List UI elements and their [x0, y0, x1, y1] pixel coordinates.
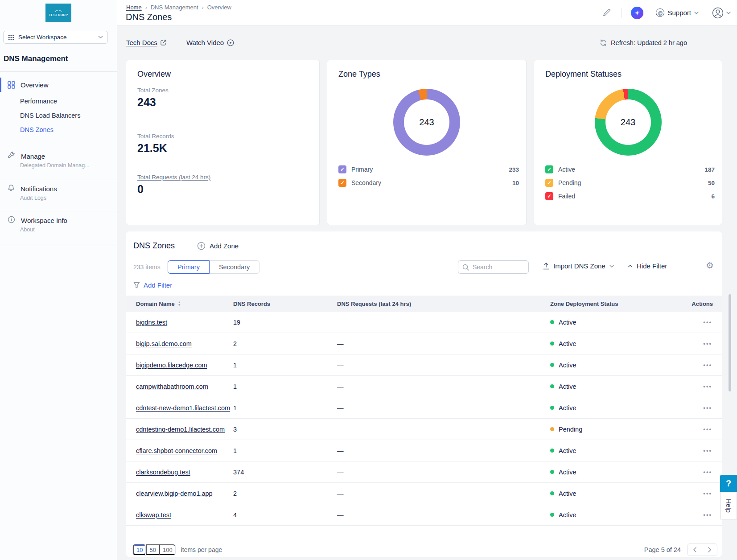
- legend-checkbox[interactable]: ✓: [338, 165, 346, 173]
- row-actions-menu[interactable]: •••: [679, 469, 722, 475]
- column-header-label: DNS Records: [233, 301, 270, 307]
- legend-checkbox[interactable]: ✓: [545, 192, 553, 200]
- dns-requests-cell: —: [337, 319, 550, 326]
- table-row: cflare.shpbot-connector.com1—Active•••: [126, 440, 722, 461]
- sidebar-item-sublabel: About: [20, 226, 117, 233]
- user-menu[interactable]: [712, 7, 731, 19]
- help-question-button[interactable]: ?: [720, 475, 737, 492]
- legend-value: 233: [509, 166, 519, 173]
- metric-total-requests-last-24-hrs-: Total Requests (last 24 hrs)0: [137, 174, 210, 196]
- prev-page-button[interactable]: [688, 544, 702, 556]
- tech-docs-label: Tech Docs: [126, 39, 157, 46]
- deployment-legend-item: ✓Pending50: [534, 176, 722, 189]
- row-actions-menu[interactable]: •••: [679, 362, 722, 368]
- status-dot: [550, 342, 554, 346]
- domain-link[interactable]: clearview.bigip-demo1.app: [136, 490, 213, 497]
- domain-link[interactable]: clkswap.test: [136, 511, 171, 519]
- workspace-selector[interactable]: Select Workspace: [3, 31, 108, 44]
- sidebar-item-workspace-info[interactable]: Workspace InfoAbout: [0, 216, 117, 233]
- domain-link[interactable]: cdntesting-demo1.lilactest.com: [136, 426, 225, 433]
- status-cell: Active: [550, 319, 679, 326]
- row-actions-menu[interactable]: •••: [679, 447, 722, 454]
- scrollbar-thumb[interactable]: [729, 294, 731, 391]
- divider: [0, 211, 117, 211]
- table-row: campwithabathroom.com1—Active•••: [126, 376, 722, 397]
- domain-link[interactable]: bigdns.test: [136, 319, 167, 326]
- sidebar: TESTCORP Select Workspace DNS Management…: [0, 0, 117, 560]
- legend-checkbox[interactable]: ✓: [338, 179, 346, 187]
- sidebar-item-performance[interactable]: Performance: [20, 98, 57, 105]
- page-title: DNS Zones: [126, 12, 172, 22]
- paintbrush-icon[interactable]: [602, 8, 611, 17]
- support-label: Support: [667, 9, 691, 16]
- metric-label[interactable]: Total Requests (last 24 hrs): [137, 174, 210, 181]
- table-settings-gear-icon[interactable]: ⚙: [706, 261, 714, 270]
- add-filter-button[interactable]: Add Filter: [133, 281, 172, 289]
- table-row: bigip.sai.demo.com2—Active•••: [126, 333, 722, 354]
- sidebar-item-dns-zones[interactable]: DNS Zones: [20, 126, 54, 133]
- dns-records-cell: 1: [233, 383, 337, 390]
- row-actions-menu[interactable]: •••: [679, 426, 722, 432]
- domain-link[interactable]: clarksondebug.test: [136, 469, 190, 476]
- sidebar-item-sublabel: Delegated Domain Manag...: [20, 162, 117, 169]
- sparkle-icon: [634, 10, 640, 16]
- sidebar-item-notifications[interactable]: NotificationsAudit Logs: [0, 184, 117, 201]
- sort-icon[interactable]: ▲▼: [178, 301, 181, 306]
- row-actions-menu[interactable]: •••: [679, 319, 722, 325]
- domain-link[interactable]: cflare.shpbot-connector.com: [136, 447, 217, 454]
- breadcrumb-item[interactable]: DNS Management: [151, 4, 198, 11]
- column-header-domain-name: Domain Name▲▼: [126, 301, 233, 307]
- search-input[interactable]: [473, 264, 522, 271]
- watch-video-link[interactable]: Watch Video: [186, 39, 234, 46]
- page-size-10[interactable]: 10: [133, 544, 146, 555]
- domain-link[interactable]: bigipdemo.lilacedge.com: [136, 362, 207, 369]
- status-cell: Active: [550, 469, 679, 476]
- dns-records-cell: 2: [233, 340, 337, 347]
- overview-card: Overview Total Zones243Total Records21.5…: [126, 60, 320, 225]
- row-actions-menu[interactable]: •••: [679, 340, 722, 347]
- sidebar-item-label: Notifications: [21, 185, 57, 193]
- chevron-down-icon: [609, 265, 614, 268]
- dns-requests-cell: —: [337, 469, 550, 476]
- table-row: cdntest-new-demo1.lilactest.com1—Active•…: [126, 397, 722, 419]
- status-dot: [550, 406, 554, 410]
- page-size-50[interactable]: 50: [146, 544, 159, 555]
- help-tab[interactable]: Help: [720, 492, 737, 519]
- domain-link[interactable]: bigip.sai.demo.com: [136, 340, 192, 347]
- sidebar-item-dns-load-balancers[interactable]: DNS Load Balancers: [20, 112, 80, 119]
- sidebar-item-manage[interactable]: ManageDelegated Domain Manag...: [0, 152, 117, 169]
- dns-requests-cell: —: [337, 383, 550, 390]
- wrench-icon: [8, 152, 15, 161]
- page-size-100[interactable]: 100: [159, 544, 175, 555]
- row-actions-menu[interactable]: •••: [679, 511, 722, 518]
- hide-filter-button[interactable]: Hide Filter: [628, 262, 667, 270]
- zone-types-legend: ✓Primary233✓Secondary10: [327, 163, 526, 189]
- row-actions-menu[interactable]: •••: [679, 404, 722, 411]
- tab-primary[interactable]: Primary: [168, 260, 210, 274]
- row-actions-menu[interactable]: •••: [679, 383, 722, 390]
- tab-secondary[interactable]: Secondary: [209, 260, 259, 274]
- domain-link[interactable]: campwithabathroom.com: [136, 383, 208, 390]
- table-row: clkswap.test4—Active•••: [126, 504, 722, 526]
- domain-link[interactable]: cdntest-new-demo1.lilactest.com: [136, 404, 230, 412]
- status-cell: Active: [550, 447, 679, 454]
- refresh-button[interactable]: Refresh: Updated 2 hr ago: [600, 39, 687, 46]
- import-dns-zone-button[interactable]: Import DNS Zone: [543, 262, 614, 270]
- breadcrumb-item[interactable]: Home: [126, 4, 142, 11]
- support-menu[interactable]: @ Support: [656, 8, 699, 17]
- external-link-icon: [161, 40, 166, 45]
- tech-docs-link[interactable]: Tech Docs: [126, 39, 166, 46]
- next-page-button[interactable]: [702, 544, 717, 556]
- sidebar-item-overview[interactable]: Overview: [0, 78, 117, 92]
- dns-requests-cell: —: [337, 362, 550, 369]
- zone-types-donut-chart: 243: [393, 89, 460, 156]
- ai-assistant-icon[interactable]: [631, 7, 643, 19]
- chevron-up-icon: [628, 264, 633, 268]
- legend-checkbox[interactable]: ✓: [545, 165, 553, 173]
- chevron-right-icon: ›: [145, 4, 147, 11]
- row-actions-menu[interactable]: •••: [679, 490, 722, 497]
- legend-checkbox[interactable]: ✓: [545, 179, 553, 187]
- brand-logo[interactable]: TESTCORP: [45, 4, 71, 22]
- add-zone-button[interactable]: Add Zone: [197, 242, 239, 250]
- status-label: Active: [559, 340, 576, 347]
